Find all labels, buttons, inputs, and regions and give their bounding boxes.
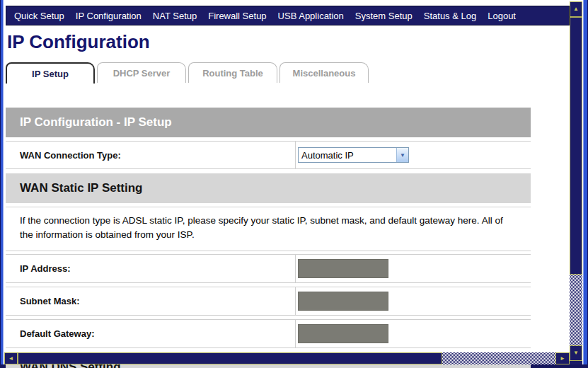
horizontal-scroll-thumb[interactable]: [18, 352, 442, 364]
wan-connection-type-label: WAN Connection Type:: [6, 142, 295, 168]
tab-miscellaneous[interactable]: Miscellaneous: [279, 62, 369, 83]
nav-item-firewall-setup[interactable]: Firewall Setup: [208, 11, 266, 21]
nav-item-nat-setup[interactable]: NAT Setup: [153, 11, 197, 21]
vertical-scroll-track[interactable]: [570, 275, 582, 345]
nav-item-ip-configuration[interactable]: IP Configuration: [76, 11, 142, 21]
vertical-scrollbar: ▲ ▼: [570, 1, 582, 364]
default-gateway-value-cell: [295, 320, 531, 347]
default-gateway-label: Default Gateway:: [6, 320, 295, 347]
section-header-wan-static-ip: WAN Static IP Setting: [6, 173, 531, 203]
router-admin-window: Quick Setup IP Configuration NAT Setup F…: [0, 0, 588, 368]
subnet-mask-value-cell: [295, 287, 531, 315]
scroll-down-icon[interactable]: ▼: [570, 345, 582, 361]
vertical-scroll-thumb[interactable]: [570, 17, 582, 275]
wan-connection-type-select[interactable]: Automatic IP ▼: [298, 147, 409, 163]
scroll-left-icon[interactable]: ◄: [4, 352, 18, 364]
nav-item-usb-application[interactable]: USB Application: [278, 11, 344, 21]
tab-ip-setup[interactable]: IP Setup: [6, 62, 95, 84]
wan-connection-type-value-cell: Automatic IP ▼: [295, 142, 531, 168]
scroll-up-icon[interactable]: ▲: [570, 1, 582, 17]
vertical-scrollbar-filler: [570, 361, 582, 364]
ip-address-input[interactable]: [298, 259, 388, 278]
page-title: IP Configuration: [7, 31, 150, 53]
window-left-border: [0, 0, 4, 368]
window-right-border: [583, 0, 588, 368]
selected-option-label: Automatic IP: [299, 150, 396, 161]
scroll-right-icon[interactable]: ►: [555, 352, 570, 364]
ip-address-value-cell: [295, 255, 531, 282]
wan-connection-type-row: WAN Connection Type: Automatic IP ▼: [6, 141, 531, 169]
horizontal-scrollbar: ◄ ►: [4, 352, 570, 364]
tab-dhcp-server[interactable]: DHCP Server: [97, 62, 186, 83]
nav-item-status-log[interactable]: Status & Log: [424, 11, 476, 21]
default-gateway-row: Default Gateway:: [6, 319, 531, 348]
default-gateway-input[interactable]: [298, 324, 388, 343]
static-ip-description: If the connection type is ADSL static IP…: [6, 207, 531, 251]
subnet-mask-label: Subnet Mask:: [6, 287, 295, 315]
nav-item-system-setup[interactable]: System Setup: [355, 11, 413, 21]
main-content: IP Configuration - IP Setup WAN Connecti…: [6, 108, 531, 368]
tab-bar: IP Setup DHCP Server Routing Table Misce…: [6, 62, 371, 84]
top-nav-bar: Quick Setup IP Configuration NAT Setup F…: [6, 6, 570, 25]
ip-address-row: IP Address:: [6, 254, 531, 283]
subnet-mask-input[interactable]: [298, 292, 388, 311]
section-header-ip-setup: IP Configuration - IP Setup: [6, 108, 531, 137]
tab-routing-table[interactable]: Routing Table: [188, 62, 277, 83]
ip-address-label: IP Address:: [6, 255, 295, 282]
subnet-mask-row: Subnet Mask:: [6, 287, 531, 316]
horizontal-scroll-track[interactable]: [442, 352, 555, 364]
nav-item-logout[interactable]: Logout: [488, 11, 516, 21]
chevron-down-icon[interactable]: ▼: [396, 148, 408, 162]
nav-item-quick-setup[interactable]: Quick Setup: [14, 11, 64, 21]
